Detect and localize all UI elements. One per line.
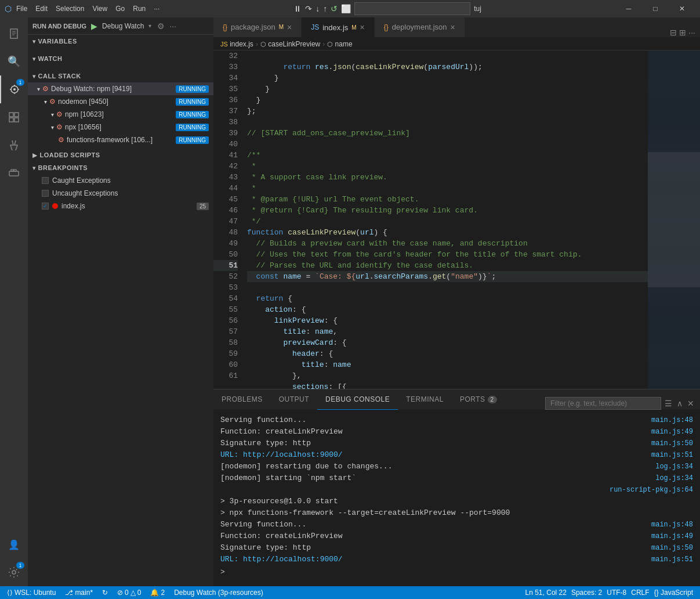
console-line-3: Signature type: http main.js:50	[220, 438, 693, 449]
layout-icon[interactable]: ⊞	[679, 28, 686, 37]
callstack-icon-3: ⚙	[56, 123, 63, 131]
debug-settings-icon[interactable]: ⚙	[157, 21, 165, 31]
uncaught-exceptions-checkbox[interactable]	[42, 190, 49, 197]
tab-index-js[interactable]: JS index.js M ×	[302, 17, 375, 37]
breadcrumb-item-name[interactable]: ⬡ name	[327, 40, 352, 48]
minimize-button[interactable]: ─	[615, 0, 642, 17]
menu-view[interactable]: View	[92, 5, 107, 13]
menu-selection[interactable]: Selection	[56, 5, 84, 13]
panel-filter-input[interactable]	[545, 397, 661, 410]
debug-toolbar-stop[interactable]: ⬜	[341, 4, 351, 13]
indexjs-checkbox[interactable]: ✓	[42, 203, 49, 210]
activity-extensions[interactable]	[0, 103, 28, 131]
console-url-1: URL: http://localhost:9000/	[220, 449, 343, 461]
file-link-2[interactable]: main.js:49	[651, 426, 693, 438]
status-errors[interactable]: ⊘ 0 △ 0	[115, 589, 143, 597]
file-link-3[interactable]: main.js:50	[651, 438, 693, 449]
tab-deployment-json[interactable]: {} deployment.json ×	[375, 17, 465, 37]
panel-tab-problems[interactable]: PROBLEMS	[213, 389, 271, 410]
status-cursor[interactable]: Ln 51, Col 22	[523, 589, 569, 597]
activity-search[interactable]: 🔍	[0, 48, 28, 75]
status-debug-session[interactable]: Debug Watch (3p-resources)	[172, 589, 266, 597]
breakpoints-section-header[interactable]: ▾ BREAKPOINTS	[28, 161, 213, 174]
activity-account[interactable]: 👤	[0, 531, 28, 558]
status-encoding[interactable]: UTF-8	[604, 589, 629, 597]
status-spaces[interactable]: Spaces: 2	[569, 589, 604, 597]
activity-testing[interactable]	[0, 131, 28, 159]
file-link-4[interactable]: main.js:51	[651, 449, 693, 461]
maximize-button[interactable]: □	[642, 0, 669, 17]
caught-exceptions-checkbox[interactable]	[42, 177, 49, 184]
breakpoint-caught-exceptions[interactable]: Caught Exceptions	[28, 174, 213, 187]
callstack-name-0: Debug Watch: npm [9419]	[51, 85, 176, 93]
status-sync[interactable]: ↻	[100, 589, 110, 597]
loaded-scripts-header[interactable]: ▶ LOADED SCRIPTS	[28, 149, 213, 161]
more-icon[interactable]: ···	[688, 28, 695, 37]
panel-tab-terminal[interactable]: TERMINAL	[398, 389, 452, 410]
panel-tab-ports[interactable]: PORTS 2	[452, 389, 505, 410]
console-input[interactable]	[229, 568, 693, 576]
debug-toolbar-step-over[interactable]: ↷	[305, 4, 312, 13]
chevron-down-icon[interactable]: ▾	[148, 23, 151, 29]
menu-go[interactable]: Go	[115, 5, 125, 13]
callstack-item-0[interactable]: ▾ ⚙ Debug Watch: npm [9419] RUNNING	[28, 82, 213, 95]
debug-toolbar-pause[interactable]: ⏸	[293, 4, 302, 13]
panel-action-close[interactable]: ✕	[686, 398, 695, 409]
file-link-13[interactable]: main.js:50	[651, 542, 693, 554]
watch-section-header[interactable]: ▾ WATCH	[28, 52, 213, 65]
line-numbers: 3233343536 3738394041 4243444546 4748495…	[213, 50, 242, 389]
debug-more-icon[interactable]: ···	[169, 21, 176, 31]
breakpoint-index-js[interactable]: ✓ index.js 25	[28, 200, 213, 212]
status-remote[interactable]: ⟨⟩ WSL: Ubuntu	[5, 589, 58, 597]
tab-close-package[interactable]: ×	[287, 23, 292, 32]
menu-file[interactable]: File	[16, 5, 27, 13]
panel-tab-debug-console[interactable]: DEBUG CONSOLE	[317, 389, 398, 410]
close-button[interactable]: ✕	[669, 0, 695, 17]
activity-docker[interactable]	[0, 159, 28, 187]
debug-config-label[interactable]: Debug Watch	[102, 22, 144, 30]
callstack-item-1[interactable]: ▾ ⚙ nodemon [9450] RUNNING	[28, 95, 213, 108]
activity-settings[interactable]: 1	[0, 558, 28, 586]
callstack-item-3[interactable]: ▾ ⚙ npx [10656] RUNNING	[28, 121, 213, 133]
file-link-5[interactable]: log.js:34	[655, 461, 693, 472]
menu-edit[interactable]: Edit	[35, 5, 48, 13]
file-link-14[interactable]: main.js:51	[651, 554, 693, 565]
command-palette[interactable]	[354, 2, 470, 15]
debug-toolbar-step-into[interactable]: ↓	[315, 4, 320, 13]
debug-console[interactable]: Serving function... main.js:48 Function:…	[213, 410, 700, 586]
tab-close-index[interactable]: ×	[360, 23, 365, 32]
panel-action-list[interactable]: ☰	[663, 398, 673, 409]
callstack-item-2[interactable]: ▾ ⚙ npm [10623] RUNNING	[28, 108, 213, 121]
tab-close-deployment[interactable]: ×	[450, 23, 455, 32]
code-content[interactable]: return res.json(caseLinkPreview(parsedUr…	[242, 50, 648, 389]
callstack-item-4[interactable]: ⚙ functions-framework [106...] RUNNING	[28, 133, 213, 146]
minimap-slider[interactable]	[648, 152, 700, 287]
tab-package-json[interactable]: {} package.json M ×	[213, 17, 302, 37]
menu-run[interactable]: Run	[133, 5, 146, 13]
file-link-6[interactable]: log.js:34	[655, 472, 693, 484]
callstack-section-header[interactable]: ▾ CALL STACK	[28, 70, 213, 82]
file-link-12[interactable]: main.js:49	[651, 531, 693, 542]
debug-toolbar-restart[interactable]: ↺	[331, 4, 338, 13]
activity-explorer[interactable]	[0, 20, 28, 48]
split-editor-icon[interactable]: ⊟	[670, 28, 677, 37]
activity-debug[interactable]: 1	[0, 75, 28, 103]
status-branch[interactable]: ⎇ main*	[63, 589, 95, 597]
variables-section-header[interactable]: ▾ VARIABLES	[28, 35, 213, 48]
file-link-7[interactable]: run-script-pkg.js:64	[610, 484, 693, 496]
titlebar-center: ⏸ ↷ ↓ ↑ ↺ ⬜ tuj	[164, 2, 611, 15]
breadcrumb-item-file[interactable]: JS index.js	[220, 40, 253, 48]
menu-more[interactable]: ···	[154, 5, 159, 13]
file-link-1[interactable]: main.js:48	[651, 414, 693, 426]
status-eol[interactable]: CRLF	[629, 589, 651, 597]
debug-toolbar-step-out[interactable]: ↑	[323, 4, 327, 13]
panel-tab-output[interactable]: OUTPUT	[271, 389, 317, 410]
breadcrumb-item-function[interactable]: ⬡ caseLinkPreview	[260, 40, 320, 48]
status-notifications[interactable]: 🔔 2	[148, 589, 167, 597]
code-editor[interactable]: 3233343536 3738394041 4243444546 4748495…	[213, 50, 700, 389]
status-language[interactable]: {} JavaScript	[652, 589, 695, 597]
breakpoint-uncaught-exceptions[interactable]: Uncaught Exceptions	[28, 187, 213, 200]
panel-action-collapse[interactable]: ∧	[676, 398, 684, 409]
tab-modified-package: M	[279, 24, 284, 30]
file-link-11[interactable]: main.js:48	[651, 519, 693, 531]
